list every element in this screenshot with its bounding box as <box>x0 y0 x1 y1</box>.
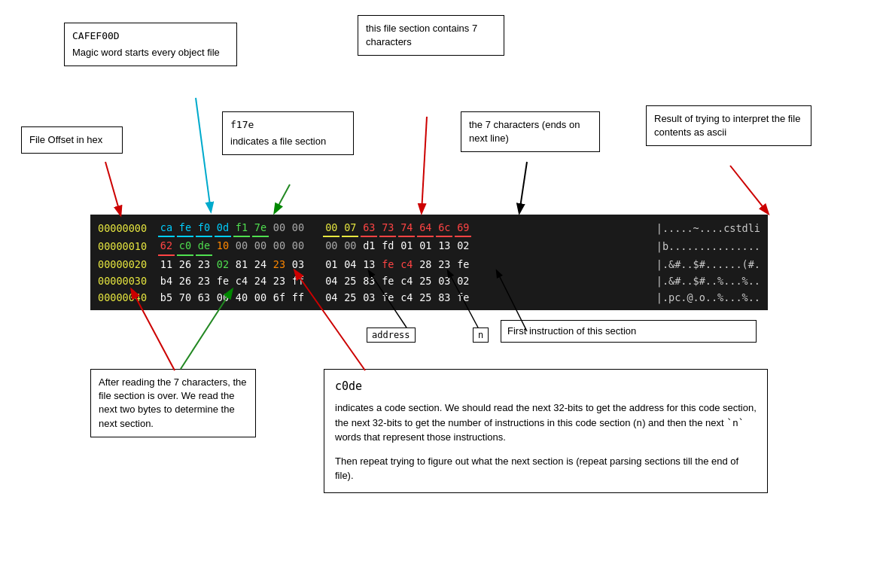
hex-row-1: 00000010 62 c0 de 10 00 00 00 00 00 00 d… <box>98 237 760 255</box>
byte-01b: 01 <box>417 237 434 255</box>
byte-03: 03 <box>290 256 306 273</box>
file-section-arrow <box>422 117 427 212</box>
address-label-box: address <box>367 328 416 343</box>
byte-04b: 04 <box>323 273 339 289</box>
byte-de: de <box>196 237 212 255</box>
hex-offset-3: 00000030 <box>98 273 152 289</box>
byte-25d: 25 <box>417 289 434 306</box>
byte-00b: 00 <box>290 219 306 237</box>
byte-00d: 00 <box>233 237 250 255</box>
file-section-body: this file section contains 7 characters <box>366 23 477 47</box>
byte-04a: 04 <box>342 256 358 273</box>
byte-00i: 00 <box>342 237 358 255</box>
byte-73: 73 <box>379 219 396 237</box>
byte-ff-b: ff <box>290 289 306 306</box>
after-reading-body: After reading the 7 characters, the file… <box>99 376 247 429</box>
byte-03c: 03 <box>361 289 377 306</box>
hex-bytes-3: b4 26 23 fe c4 24 23 ff 04 25 83 fe c4 2… <box>158 273 649 289</box>
byte-83a: 83 <box>361 273 377 289</box>
f17e-annotation: f17e indicates a file section <box>222 111 354 155</box>
seven-chars-body: the 7 characters (ends on next line) <box>469 119 580 144</box>
hex-row-0: 00000000 ca fe f0 0d f1 7e 00 00 00 07 6… <box>98 219 760 237</box>
n-label-text: n <box>478 330 483 340</box>
byte-74: 74 <box>398 219 415 237</box>
byte-26a: 26 <box>177 256 193 273</box>
ascii-1: |b............... <box>656 238 760 254</box>
magic-word-annotation: CAFEF00D Magic word starts every object … <box>64 23 237 66</box>
after-reading-annotation: After reading the 7 characters, the file… <box>90 369 256 437</box>
byte-fd: fd <box>379 237 396 255</box>
ascii-3: |.&#..$#..%...%.. <box>656 273 760 289</box>
byte-c4c: c4 <box>398 273 415 289</box>
seven-chars-arrow <box>519 162 527 212</box>
magic-word-body: Magic word starts every object file <box>72 47 220 58</box>
hex-bytes-1: 62 c0 de 10 00 00 00 00 00 00 d1 fd 01 0… <box>158 237 649 255</box>
byte-fe-f: fe <box>455 289 471 306</box>
byte-00g: 00 <box>290 237 306 255</box>
hex-offset-1: 00000010 <box>98 238 152 254</box>
magic-word-arrow <box>196 98 211 211</box>
byte-ff-a: ff <box>290 273 306 289</box>
hex-row-3: 00000030 b4 26 23 fe c4 24 23 ff 04 25 8… <box>98 273 760 289</box>
f17e-code: f17e <box>230 118 346 132</box>
byte-63: 63 <box>361 219 377 237</box>
byte-00a: 00 <box>271 219 288 237</box>
n-label-box: n <box>473 328 489 343</box>
byte-23d: 23 <box>196 273 212 289</box>
byte-40: 40 <box>233 289 250 306</box>
result-ascii-body: Result of trying to interpret the file c… <box>654 113 800 138</box>
byte-26b: 26 <box>177 273 193 289</box>
byte-70: 70 <box>177 289 193 306</box>
byte-24a: 24 <box>252 256 269 273</box>
f17e-arrow <box>275 184 290 212</box>
byte-23a: 23 <box>196 256 212 273</box>
byte-28: 28 <box>417 256 434 273</box>
byte-f0: f0 <box>196 219 212 237</box>
hex-row-4: 00000040 b5 70 63 00 40 00 6f ff 04 25 0… <box>98 289 760 306</box>
c0de-body1: indicates a code section. We should read… <box>335 401 757 445</box>
byte-00c: 00 <box>323 219 339 237</box>
result-ascii-arrow <box>730 166 768 213</box>
file-offset-arrow <box>105 162 120 215</box>
byte-83b: 83 <box>436 289 452 306</box>
ascii-4: |.pc.@.o..%...%.. <box>656 289 760 306</box>
byte-03b: 03 <box>436 273 452 289</box>
byte-23e: 23 <box>271 273 288 289</box>
byte-7e: 7e <box>252 219 269 237</box>
hex-offset-2: 00000020 <box>98 256 152 273</box>
byte-6c: 6c <box>436 219 452 237</box>
byte-fe-c: fe <box>215 273 231 289</box>
byte-62: 62 <box>158 237 175 255</box>
byte-fe-b: fe <box>455 256 471 273</box>
byte-02a: 02 <box>215 256 231 273</box>
hex-display: 00000000 ca fe f0 0d f1 7e 00 00 00 07 6… <box>90 215 768 310</box>
byte-f1: f1 <box>233 219 250 237</box>
byte-fe: fe <box>177 219 193 237</box>
ascii-2: |.&#..$#......(#. <box>656 256 760 273</box>
byte-07: 07 <box>342 219 358 237</box>
byte-01a: 01 <box>398 237 415 255</box>
byte-04c: 04 <box>323 289 339 306</box>
byte-fe-d: fe <box>379 273 396 289</box>
byte-0d: 0d <box>215 219 231 237</box>
hex-bytes-4: b5 70 63 00 40 00 6f ff 04 25 03 fe c4 2… <box>158 289 649 306</box>
hex-bytes-0: ca fe f0 0d f1 7e 00 00 00 07 63 73 74 6… <box>158 219 649 237</box>
hex-bytes-2: 11 26 23 02 81 24 23 03 01 04 13 fe c4 2… <box>158 256 649 273</box>
magic-word-code: CAFEF00D <box>72 29 229 43</box>
ascii-0: |.....~....cstdli <box>656 220 760 236</box>
byte-c4a: c4 <box>398 256 415 273</box>
byte-01c: 01 <box>323 256 339 273</box>
c0de-body2: Then repeat trying to figure out what th… <box>335 454 757 483</box>
byte-69: 69 <box>455 219 471 237</box>
c0de-title: c0de <box>335 379 757 395</box>
byte-6f: 6f <box>271 289 288 306</box>
byte-fe-a: fe <box>379 256 396 273</box>
byte-25a: 25 <box>342 273 358 289</box>
first-instruction-box: First instruction of this section <box>501 320 757 343</box>
file-section-annotation: this file section contains 7 characters <box>358 15 504 56</box>
byte-00k: 00 <box>252 289 269 306</box>
hex-row-2: 00000020 11 26 23 02 81 24 23 03 01 04 1… <box>98 256 760 273</box>
byte-23c: 23 <box>436 256 452 273</box>
byte-c0: c0 <box>177 237 193 255</box>
byte-c4d: c4 <box>398 289 415 306</box>
